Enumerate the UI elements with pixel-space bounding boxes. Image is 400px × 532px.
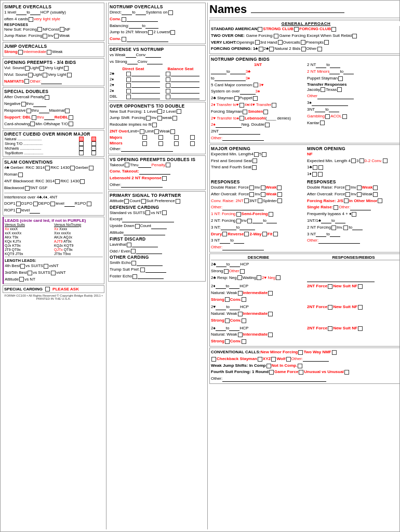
1c-cb[interactable] xyxy=(313,165,317,170)
neg-dbl-cb[interactable] xyxy=(265,123,270,127)
odd-even-cb[interactable] xyxy=(131,249,136,254)
two-way-nmf-cb[interactable] xyxy=(332,350,337,355)
preempts-gen-cb[interactable] xyxy=(324,40,329,45)
nat-weak-2h-cb[interactable] xyxy=(238,312,243,316)
maj-cb4[interactable] xyxy=(190,135,195,140)
maximal-cb[interactable] xyxy=(65,109,70,113)
card-showing-cb[interactable] xyxy=(30,122,35,126)
count-ps-cb[interactable] xyxy=(141,199,146,204)
fo-2c-cb[interactable] xyxy=(269,47,274,51)
penalty-cb[interactable] xyxy=(45,95,49,100)
inter-2d-cb[interactable] xyxy=(268,291,273,296)
dbl-direct-cb[interactable] xyxy=(126,95,131,99)
4th-best-nt-cb[interactable] xyxy=(44,264,48,269)
1c-cb2[interactable] xyxy=(318,165,323,170)
2h-balance-cb[interactable] xyxy=(166,83,170,88)
js-weak-cb[interactable] xyxy=(172,116,177,121)
michaels-major-cb[interactable] xyxy=(91,146,96,151)
conv2-cb[interactable] xyxy=(122,37,126,42)
2nt-inv-min-cb[interactable] xyxy=(331,225,336,230)
ns-nf-2d-cb[interactable] xyxy=(358,284,363,289)
redbl-cb[interactable] xyxy=(69,115,73,120)
supp-dbl-cb[interactable] xyxy=(32,115,36,120)
weak-ao-min-cb[interactable] xyxy=(373,192,378,197)
min-conv-cb[interactable] xyxy=(383,158,388,163)
gambling-cb[interactable] xyxy=(325,114,330,119)
very-light-checkbox[interactable] xyxy=(29,17,33,22)
2h-direct-cb[interactable] xyxy=(126,83,131,88)
rkc3014-gerber-cb[interactable] xyxy=(45,166,50,170)
topbottom-major-cb[interactable] xyxy=(91,151,96,155)
third-fourth-cb[interactable] xyxy=(252,165,257,170)
single-raise-cb[interactable] xyxy=(334,205,338,210)
lebensohl-cb[interactable] xyxy=(162,176,167,181)
conv-2s-cb[interactable] xyxy=(242,339,246,344)
inv-maj-cb[interactable] xyxy=(261,185,265,190)
min-cb1[interactable] xyxy=(142,141,147,146)
splinter-cb[interactable] xyxy=(277,198,282,203)
acol-cb[interactable] xyxy=(342,114,347,119)
vul-light-cb[interactable] xyxy=(39,66,44,71)
drury-cb[interactable] xyxy=(222,232,227,236)
4dh-transfer-cb[interactable] xyxy=(272,103,276,108)
forcing-club-cb[interactable] xyxy=(331,27,336,32)
2s-balance-cb[interactable] xyxy=(166,89,170,94)
2nt-force-2d-cb[interactable] xyxy=(328,284,332,289)
strong-2s-cb[interactable] xyxy=(225,339,230,344)
jump-lowest-cb[interactable] xyxy=(170,30,175,35)
weak-checkbox[interactable] xyxy=(54,34,59,38)
namyats-cb[interactable] xyxy=(24,79,29,84)
2nt-force-2h-cb[interactable] xyxy=(328,305,332,310)
inv-ao-min-cb[interactable] xyxy=(357,192,362,197)
waiting-cb[interactable] xyxy=(257,275,261,280)
2s-direct-cb[interactable] xyxy=(126,89,131,94)
vul-sound-cb[interactable] xyxy=(25,66,30,71)
jump-minors-cb[interactable] xyxy=(148,30,153,35)
reverse-cb[interactable] xyxy=(244,232,249,236)
3rd-5th-nt-cb[interactable] xyxy=(51,271,56,275)
rkc1430-gerber-cb[interactable] xyxy=(70,166,75,170)
inv-2nt-cb[interactable] xyxy=(247,219,252,223)
2level-cb[interactable] xyxy=(177,109,181,114)
puppet-stayman-cb[interactable] xyxy=(338,76,343,81)
ns-nf-2s-cb[interactable] xyxy=(358,326,363,331)
suit-pref-cb[interactable] xyxy=(176,199,180,204)
limit-cb[interactable] xyxy=(154,129,159,134)
nat-weak-2s-cb[interactable] xyxy=(238,332,243,337)
1d-cb2[interactable] xyxy=(318,172,323,177)
2h-neg-cb[interactable] xyxy=(276,275,281,280)
game-force-cb[interactable] xyxy=(299,370,303,375)
fit-cb[interactable] xyxy=(273,232,278,236)
inter-2h-cb[interactable] xyxy=(268,312,273,316)
2d-transfer-cb[interactable] xyxy=(239,103,244,108)
maj-cb3[interactable] xyxy=(174,135,179,140)
3rd-hand-cb[interactable] xyxy=(278,40,283,45)
kantar-cb[interactable] xyxy=(320,121,325,125)
js-inv-cb[interactable] xyxy=(157,116,162,121)
gf-cb[interactable] xyxy=(274,34,278,38)
michaels-minor-cb[interactable] xyxy=(79,146,84,151)
strong-2d-cb[interactable] xyxy=(225,297,230,302)
d1po-cb[interactable] xyxy=(33,202,38,206)
blackwood3-cb[interactable] xyxy=(25,186,30,191)
foster-echo-cb[interactable] xyxy=(132,274,137,279)
forcing-stayman-cb[interactable] xyxy=(243,110,247,114)
conv-2d-cb[interactable] xyxy=(242,297,246,302)
min-cb3[interactable] xyxy=(174,141,179,146)
roman-cb[interactable] xyxy=(18,172,23,177)
2nt-force-2s-cb[interactable] xyxy=(328,326,332,331)
ns-nf-2h-cb[interactable] xyxy=(358,305,363,310)
trump-suit-cb[interactable] xyxy=(140,268,145,272)
min-4-cb[interactable] xyxy=(351,158,356,163)
5card-cb[interactable] xyxy=(254,83,258,87)
xyz-cb[interactable] xyxy=(271,357,276,362)
nvul-very-light-cb[interactable] xyxy=(67,73,72,77)
1nt-forcing-cb[interactable] xyxy=(236,212,241,217)
first-second-cb[interactable] xyxy=(252,158,257,163)
takeout-cb[interactable] xyxy=(125,163,129,167)
new-minor-cb[interactable] xyxy=(298,350,303,355)
texas-cb[interactable] xyxy=(337,87,342,92)
lavinthal-cb[interactable] xyxy=(127,243,131,247)
other-2c-cb[interactable] xyxy=(240,269,245,274)
checkback-cb0[interactable] xyxy=(211,357,216,362)
